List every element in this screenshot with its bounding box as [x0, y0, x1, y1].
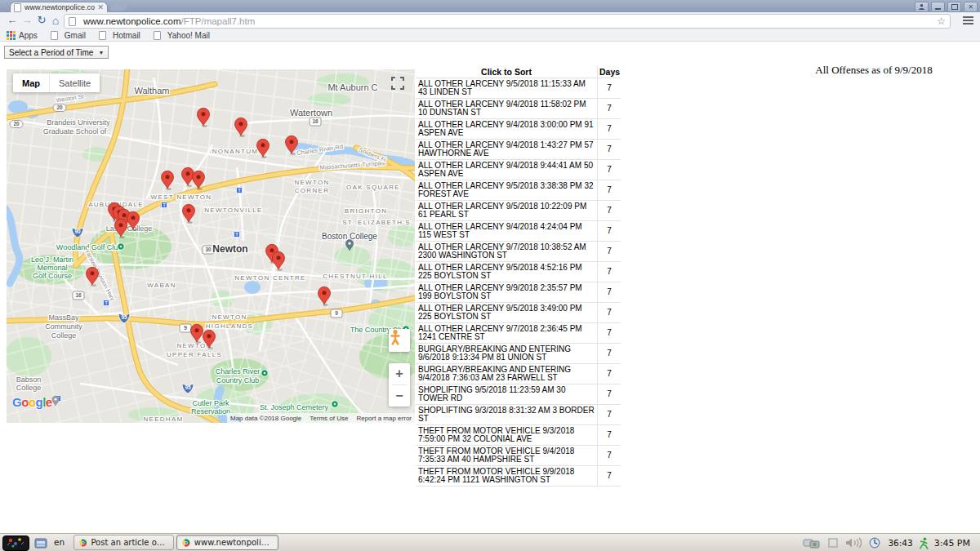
report-error-link[interactable]: Report a map error — [356, 415, 412, 422]
offense-cell: SHOPLIFTING 9/5/2018 11:23:59 AM 30 TOWE… — [416, 384, 598, 405]
page-icon — [69, 17, 76, 26]
offenses-title: All Offenses as of 9/9/2018 — [804, 64, 943, 77]
minimize-button[interactable] — [931, 2, 945, 12]
map-label: CORNER — [295, 187, 329, 194]
url-path: /FTP/mapall7.htm — [181, 16, 256, 26]
table-row[interactable]: ALL OTHER LARCENY 9/5/2018 10:22:09 PM 6… — [416, 201, 621, 221]
table-row[interactable]: THEFT FROM MOTOR VEHICLE 9/9/2018 6:42:2… — [416, 466, 621, 487]
table-row[interactable]: ALL OTHER LARCENY 9/4/2018 11:58:02 PM 1… — [416, 99, 621, 119]
new-tab-button[interactable] — [110, 2, 129, 11]
svg-text:T: T — [163, 202, 165, 207]
map-label: St. Joseph Cemetery — [260, 403, 329, 411]
table-header-row: Click to Sort Days — [416, 66, 621, 78]
map-label: Golf Course — [33, 272, 72, 280]
transit-station-icon: T — [104, 300, 109, 306]
browser-menu-icon[interactable] — [963, 16, 973, 26]
map-label: WABAN — [147, 282, 176, 289]
table-row[interactable]: ALL OTHER LARCENY 9/9/2018 2:35:57 PM 19… — [416, 282, 621, 303]
home-button[interactable]: ⌂ — [48, 12, 63, 29]
offense-cell: ALL OTHER LARCENY 9/5/2018 3:49:00 PM 22… — [416, 303, 598, 323]
table-row[interactable]: SHOPLIFTING 9/3/2018 8:31:32 AM 3 BORDER… — [416, 405, 621, 425]
chevron-down-icon: ▼ — [98, 50, 104, 56]
zoom-out-button[interactable]: − — [389, 385, 410, 407]
table-row[interactable]: ALL OTHER LARCENY 9/7/2018 10:38:52 AM 2… — [416, 242, 621, 262]
table-row[interactable]: SHOPLIFTING 9/5/2018 11:23:59 AM 30 TOWE… — [416, 384, 621, 405]
zoom-in-button[interactable]: + — [389, 363, 410, 384]
map-label: MassBay — [48, 313, 79, 322]
route-shield: 16 — [73, 291, 84, 300]
table-row[interactable]: THEFT FROM MOTOR VEHICLE 9/3/2018 7:59:0… — [416, 425, 621, 446]
browser-tab[interactable]: www.newtonpolice.co ✕ — [10, 2, 108, 12]
reload-button[interactable]: ↻ — [34, 12, 49, 29]
map-label: Newton — [212, 243, 247, 255]
days-cell: 7 — [598, 78, 621, 99]
fullscreen-icon[interactable] — [390, 76, 405, 91]
devices-icon[interactable] — [803, 537, 821, 549]
offense-cell: ALL OTHER LARCENY 9/4/2018 3:00:00 PM 91… — [416, 119, 598, 140]
clock-icon[interactable] — [869, 537, 880, 549]
bookmark-star-icon[interactable]: ☆ — [937, 16, 946, 26]
app-menu-button[interactable] — [2, 535, 29, 551]
taskbar-window-patch[interactable]: Post an article on Patc... — [74, 535, 174, 550]
back-button[interactable]: ← — [5, 12, 20, 29]
days-cell: 7 — [598, 405, 621, 425]
table-row[interactable]: ALL OTHER LARCENY 9/4/2018 1:43:27 PM 57… — [416, 140, 621, 160]
map-type-map-button[interactable]: Map — [13, 73, 49, 92]
runner-icon[interactable] — [918, 537, 929, 549]
taskbar-window-title: www.newtonpolice.co... — [194, 538, 273, 547]
tab-close-icon[interactable]: ✕ — [97, 4, 104, 11]
svg-text:90: 90 — [74, 229, 81, 234]
taskbar-window-newtonpolice[interactable]: www.newtonpolice.co... — [176, 535, 278, 550]
days-cell: 7 — [598, 384, 621, 405]
period-select-dropdown[interactable]: Select a Period of Time ▼ — [4, 46, 109, 59]
bookmark-apps[interactable]: Apps — [7, 31, 38, 40]
map-type-satellite-button[interactable]: Satellite — [50, 73, 100, 92]
terms-link[interactable]: Terms of Use — [310, 415, 348, 422]
table-row[interactable]: THEFT FROM MOTOR VEHICLE 9/4/2018 7:35:3… — [416, 446, 621, 466]
tab-strip: www.newtonpolice.co ✕ ✕ — [0, 0, 980, 12]
profile-icon[interactable] — [915, 2, 929, 12]
offense-cell: ALL OTHER LARCENY 9/4/2018 4:24:04 PM 11… — [416, 221, 598, 242]
bookmark-label: Gmail — [65, 31, 86, 40]
table-row[interactable]: ALL OTHER LARCENY 9/5/2018 11:15:33 AM 4… — [416, 78, 621, 99]
tab-favicon-icon — [14, 3, 21, 12]
map-label: ST. ELIZABETH'S — [342, 219, 411, 226]
table-row[interactable]: BURGLARY/BREAKING AND ENTERING 9/4/2018 … — [416, 364, 621, 384]
days-cell: 7 — [598, 99, 621, 119]
google-logo[interactable]: Google — [12, 395, 52, 409]
tray-square-icon[interactable] — [828, 538, 838, 548]
forward-button[interactable]: → — [20, 12, 34, 29]
table-row[interactable]: ALL OTHER LARCENY 9/5/2018 4:52:16 PM 22… — [416, 262, 621, 282]
period-select-label: Select a Period of Time — [9, 48, 93, 57]
bookmark-yahoo-mail[interactable]: Yahoo! Mail — [154, 31, 210, 40]
table-row[interactable]: BURGLARY/BREAKING AND ENTERING 9/6/2018 … — [416, 344, 621, 364]
table-row[interactable]: ALL OTHER LARCENY 9/7/2018 2:36:45 PM 12… — [416, 323, 621, 344]
sort-header[interactable]: Click to Sort — [416, 66, 598, 78]
map-label: CHESTNUT HILL — [323, 273, 387, 280]
url-bar[interactable]: www.newtonpolice.com/FTP/mapall7.htm ☆ — [64, 14, 951, 29]
table-row[interactable]: ALL OTHER LARCENY 9/5/2018 3:49:00 PM 22… — [416, 303, 621, 323]
table-row[interactable]: ALL OTHER LARCENY 9/4/2018 9:44:41 AM 50… — [416, 160, 621, 180]
maximize-button[interactable] — [947, 2, 961, 12]
file-manager-button[interactable] — [33, 535, 49, 549]
pegman-control[interactable] — [389, 329, 410, 352]
svg-text:T: T — [238, 188, 240, 193]
volume-icon[interactable] — [845, 537, 862, 549]
timer-text: 36:43 — [888, 538, 912, 548]
days-cell: 7 — [598, 262, 621, 282]
table-row[interactable]: ALL OTHER LARCENY 9/4/2018 3:00:00 PM 91… — [416, 119, 621, 140]
offense-cell: ALL OTHER LARCENY 9/5/2018 4:52:16 PM 22… — [416, 262, 598, 282]
crime-map[interactable]: 202016163099909595 WalthamWatertownMt Au… — [7, 69, 415, 423]
map-label: College — [16, 384, 42, 392]
keyboard-layout-indicator[interactable]: en — [54, 537, 65, 547]
offense-cell: ALL OTHER LARCENY 9/4/2018 11:58:02 PM 1… — [416, 99, 598, 119]
bookmark-gmail[interactable]: Gmail — [51, 31, 86, 40]
bookmarks-bar: Apps Gmail Hotmail Yahoo! Mail — [0, 29, 980, 42]
url-host: www.newtonpolice.com — [83, 16, 181, 26]
tab-title: www.newtonpolice.co — [24, 3, 95, 11]
bookmark-page-icon — [154, 31, 161, 40]
bookmark-hotmail[interactable]: Hotmail — [99, 31, 140, 40]
close-button[interactable]: ✕ — [964, 2, 978, 12]
table-row[interactable]: ALL OTHER LARCENY 9/5/2018 3:38:38 PM 32… — [416, 180, 621, 201]
table-row[interactable]: ALL OTHER LARCENY 9/4/2018 4:24:04 PM 11… — [416, 221, 621, 242]
